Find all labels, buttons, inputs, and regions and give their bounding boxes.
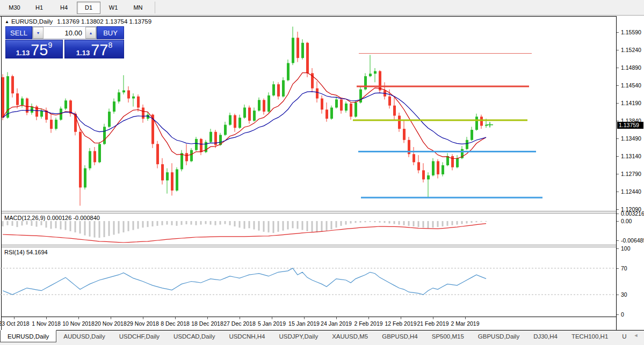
- period-button-w1[interactable]: W1: [102, 2, 125, 14]
- chart-tab-eurusd-daily[interactable]: EURUSD,Daily: [0, 330, 56, 342]
- date-tick-mark: [46, 317, 47, 319]
- axis-tick-mark: [617, 221, 619, 222]
- rsi-indicator-label: RSI(14) 54.1694: [4, 249, 48, 255]
- date-tick-mark: [368, 317, 369, 319]
- date-axis-label: 27 Dec 2018: [223, 320, 256, 327]
- price-axis-label: 1.15240: [621, 47, 641, 53]
- date-axis-label: 23 Oct 2018: [0, 320, 30, 327]
- volume-stepper: ▼ ▲: [32, 26, 97, 39]
- chart-tab-sp500-m15[interactable]: SP500,M15: [425, 331, 471, 342]
- volume-decrease-icon[interactable]: ▼: [33, 27, 44, 39]
- tab-scroll-left-icon[interactable]: ◄: [634, 333, 639, 338]
- price-axis-label: 1.13140: [621, 153, 641, 159]
- axis-tick-mark: [617, 248, 619, 249]
- period-button-h4[interactable]: H4: [52, 2, 76, 14]
- rsi-axis-label: 30: [621, 291, 627, 298]
- sell-price-tile[interactable]: 1.13759: [5, 40, 63, 58]
- axis-tick-mark: [617, 314, 619, 315]
- period-button-m30[interactable]: M30: [3, 2, 26, 14]
- period-toolbar: M30H1H4D1W1MN: [0, 0, 644, 16]
- chart-tab-usdchf-daily[interactable]: USDCHF,Daily: [112, 331, 167, 342]
- price-axis-label: 1.12790: [621, 171, 641, 177]
- date-tick-mark: [336, 317, 337, 319]
- date-tick-mark: [304, 317, 305, 319]
- trade-controls-row: SELL ▼ ▲ BUY: [5, 26, 124, 39]
- rsi-panel-canvas[interactable]: [0, 247, 616, 317]
- buy-price-big: 77: [91, 43, 108, 57]
- axis-tick-mark: [617, 214, 619, 214]
- date-tick-mark: [143, 317, 143, 319]
- date-axis-label: 2 Feb 2019: [354, 320, 382, 327]
- collapse-panel-icon[interactable]: ▲: [5, 19, 9, 24]
- sell-price-prefix: 1.13: [16, 49, 30, 57]
- buy-price-tile[interactable]: 1.13778: [64, 40, 124, 58]
- current-price-badge: 1.13759: [617, 122, 643, 129]
- date-axis-label: 20 Nov 2018: [95, 320, 127, 327]
- date-axis[interactable]: 23 Oct 20181 Nov 201810 Nov 201820 Nov 2…: [2, 317, 616, 329]
- chart-tab-xauusd-m5[interactable]: XAUUSD,M5: [325, 331, 375, 342]
- buy-price-sup: 8: [108, 38, 112, 52]
- price-axis-label: 1.14190: [621, 100, 641, 106]
- date-axis-label: 1 Nov 2018: [32, 320, 61, 327]
- price-axis-label: 1.14540: [621, 82, 641, 89]
- buy-button[interactable]: BUY: [97, 26, 124, 39]
- tab-scroll-arrows: ◄►: [634, 331, 644, 338]
- axis-tick-mark: [617, 32, 619, 33]
- rsi-axis-label: 70: [621, 265, 627, 271]
- date-tick-mark: [111, 317, 111, 319]
- period-button-group: M30H1H4D1W1MN: [3, 2, 151, 14]
- one-click-trading-panel: SELL ▼ ▲ BUY 1.13759 1.13778: [5, 26, 124, 58]
- date-axis-label: 10 Nov 2018: [62, 320, 95, 327]
- axis-tick-mark: [617, 240, 619, 241]
- date-axis-label: 29 Nov 2018: [127, 320, 159, 327]
- axis-tick-mark: [617, 295, 619, 295]
- axis-tick-mark: [617, 174, 619, 174]
- period-button-d1[interactable]: D1: [77, 2, 100, 14]
- date-axis-label: 21 Feb 2019: [417, 320, 449, 327]
- volume-input[interactable]: [44, 27, 85, 39]
- chart-tab-usdcnh-h4[interactable]: USDCNH,H4: [222, 331, 272, 342]
- toolbar-separator: [155, 2, 155, 13]
- axis-tick-mark: [617, 85, 619, 86]
- chart-tab-usdjpy-daily[interactable]: USDJPY,Daily: [272, 331, 325, 342]
- rsi-axis-label: 0: [621, 311, 624, 318]
- macd-axis-label: -0.006485: [621, 237, 644, 244]
- price-axis-label: 1.14890: [621, 64, 641, 71]
- price-axis[interactable]: 1.155901.152401.148901.145401.141901.138…: [617, 16, 644, 330]
- chart-tab-tech100-h1[interactable]: TECH100,H1: [565, 331, 615, 342]
- chart-tab-audusd-daily[interactable]: AUDUSD,Daily: [56, 331, 112, 342]
- period-button-mn[interactable]: MN: [126, 2, 150, 14]
- price-axis-label: 1.12440: [621, 188, 641, 195]
- axis-tick-mark: [617, 103, 619, 104]
- date-tick-mark: [433, 317, 433, 319]
- date-axis-label: 5 Jan 2019: [258, 320, 286, 327]
- date-tick-mark: [207, 317, 208, 319]
- buy-price-prefix: 1.13: [76, 49, 90, 57]
- axis-tick-mark: [617, 50, 619, 50]
- chart-tab-bar: EURUSD,DailyAUDUSD,DailyUSDCHF,DailyUSDC…: [0, 331, 644, 345]
- chart-symbol-label: EURUSD,Daily: [11, 18, 53, 25]
- sell-price-big: 75: [31, 43, 48, 57]
- period-button-h1[interactable]: H1: [27, 2, 51, 14]
- chart-tab-usdcad-daily[interactable]: USDCAD,Daily: [167, 331, 222, 342]
- axis-tick-mark: [617, 68, 619, 68]
- date-tick-mark: [175, 317, 176, 319]
- chart-tab-u[interactable]: U: [615, 331, 633, 342]
- chart-tab-gbpusd-daily[interactable]: GBPUSD,Daily: [471, 331, 526, 342]
- axis-tick-mark: [617, 156, 619, 157]
- volume-increase-icon[interactable]: ▲: [85, 27, 96, 39]
- date-tick-mark: [14, 317, 15, 319]
- chart-tab-dj30-h4[interactable]: DJ30,H4: [526, 331, 565, 342]
- sell-button[interactable]: SELL: [5, 26, 32, 39]
- axis-tick-mark: [617, 192, 619, 192]
- macd-axis-label: 0.003216: [621, 210, 644, 217]
- price-axis-label: 1.15590: [621, 29, 641, 35]
- macd-axis-label: 0.00: [621, 218, 632, 224]
- date-axis-label: 15 Jan 2019: [288, 320, 320, 327]
- trading-terminal: M30H1H4D1W1MN ▲EURUSD,Daily1.13769 1.138…: [0, 0, 644, 345]
- chart-tab-gbpusd-h4[interactable]: GBPUSD,H4: [375, 331, 424, 342]
- date-tick-mark: [272, 317, 272, 319]
- date-axis-label: 12 Feb 2019: [385, 320, 417, 327]
- date-tick-mark: [78, 317, 79, 319]
- date-axis-label: 18 Dec 2018: [191, 320, 223, 327]
